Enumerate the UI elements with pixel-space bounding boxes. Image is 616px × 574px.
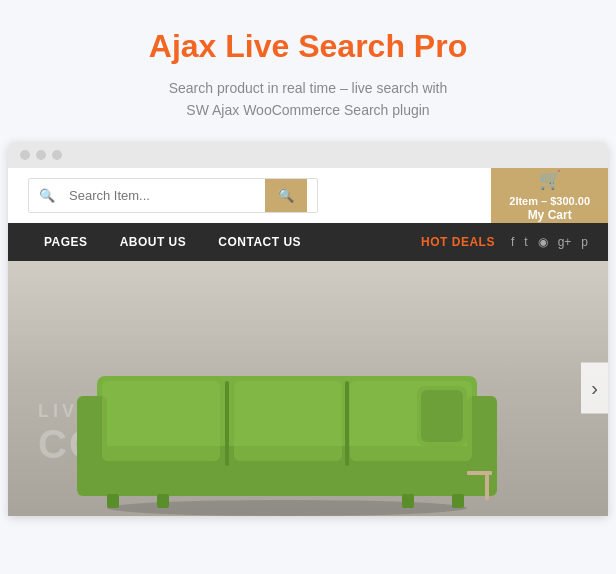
search-input[interactable] — [65, 180, 265, 211]
cart-summary: 2Item – $300.00 — [509, 195, 590, 207]
svg-rect-11 — [421, 390, 463, 442]
svg-rect-12 — [107, 494, 119, 508]
svg-rect-8 — [234, 381, 342, 461]
nav-item-contact[interactable]: CONTACT US — [202, 223, 317, 261]
svg-rect-7 — [102, 381, 220, 461]
search-btn-icon: 🔍 — [278, 188, 294, 203]
cart-label: My Cart — [528, 208, 572, 222]
search-bar: 🔍 🔍 — [28, 178, 318, 213]
svg-rect-16 — [467, 471, 492, 475]
browser-mockup: 🔍 🔍 🛒 2Item – $300.00 My Cart PAGES ABOU… — [8, 142, 608, 516]
facebook-icon[interactable]: f — [511, 235, 514, 249]
hero-next-button[interactable]: › — [581, 363, 608, 414]
svg-rect-5 — [225, 381, 229, 466]
nav-item-pages[interactable]: PAGES — [28, 223, 104, 261]
browser-bar — [8, 142, 608, 168]
svg-rect-17 — [485, 475, 489, 500]
nav-bar: PAGES ABOUT US CONTACT US HOT DEALS f t … — [8, 223, 608, 261]
svg-rect-13 — [157, 494, 169, 508]
svg-rect-15 — [452, 494, 464, 508]
twitter-icon[interactable]: t — [524, 235, 527, 249]
browser-dot-2 — [36, 150, 46, 160]
hero-section: LIVINGROOM COLLECTION — [8, 261, 608, 516]
rss-icon[interactable]: ◉ — [538, 235, 548, 249]
browser-dot-1 — [20, 150, 30, 160]
cart-icon: 🛒 — [539, 169, 561, 191]
nav-item-about[interactable]: ABOUT US — [104, 223, 203, 261]
page-title: Ajax Live Search Pro — [20, 28, 596, 65]
sofa-illustration — [77, 316, 497, 516]
store-header: 🔍 🔍 🛒 2Item – $300.00 My Cart — [8, 168, 608, 223]
svg-rect-6 — [345, 381, 349, 466]
cart-button[interactable]: 🛒 2Item – $300.00 My Cart — [491, 168, 608, 223]
svg-rect-14 — [402, 494, 414, 508]
social-icons: f t ◉ g+ p — [511, 235, 588, 249]
page-subtitle: Search product in real time – live searc… — [20, 77, 596, 122]
top-section: Ajax Live Search Pro Search product in r… — [0, 0, 616, 142]
browser-dot-3 — [52, 150, 62, 160]
pinterest-icon[interactable]: p — [581, 235, 588, 249]
search-button[interactable]: 🔍 — [265, 179, 307, 212]
nav-item-hotdeals[interactable]: HOT DEALS — [405, 223, 511, 261]
search-icon: 🔍 — [29, 180, 65, 211]
googleplus-icon[interactable]: g+ — [558, 235, 572, 249]
